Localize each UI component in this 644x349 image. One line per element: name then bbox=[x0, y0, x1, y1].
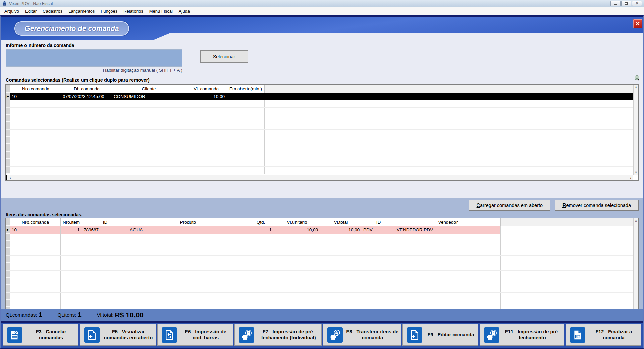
column-header[interactable]: Nro.comanda bbox=[10, 218, 61, 226]
table-cell bbox=[274, 271, 320, 278]
table-cell bbox=[185, 144, 227, 152]
scroll-down-icon[interactable]: ∨ bbox=[634, 170, 638, 175]
selecionar-button[interactable]: Selecionar bbox=[200, 50, 248, 63]
table-cell bbox=[61, 263, 82, 270]
row-indicator bbox=[6, 300, 10, 307]
table-cell bbox=[10, 300, 61, 307]
remover-comanda-button[interactable]: Remover comanda selecionada bbox=[555, 200, 639, 211]
table-cell-filler bbox=[265, 137, 633, 144]
table-cell-filler bbox=[501, 271, 633, 278]
table-row[interactable]: ▶101789687AGUA110,0010,00PDVVENDEDOR PDV bbox=[6, 226, 633, 234]
function-button-f12[interactable]: F12 - Finalizar a comanda bbox=[566, 324, 641, 346]
function-button-f7[interactable]: F7 - Impressão de pré-fechamento (Indivi… bbox=[234, 324, 322, 346]
table-cell bbox=[10, 100, 61, 107]
table-row-empty bbox=[6, 137, 633, 144]
table-cell[interactable]: 10,00 bbox=[320, 226, 362, 234]
table-cell bbox=[61, 159, 112, 166]
menu-item-ajuda[interactable]: Ajuda bbox=[176, 8, 193, 14]
function-button-f9[interactable]: F9 - Editar comanda bbox=[402, 324, 478, 346]
minimize-button[interactable] bbox=[610, 1, 621, 6]
table-cell bbox=[395, 293, 501, 300]
column-header[interactable]: Vl. comanda bbox=[185, 85, 227, 93]
table-row-empty bbox=[6, 144, 633, 152]
row-indicator bbox=[6, 115, 10, 122]
table-cell[interactable]: 10 bbox=[10, 226, 61, 234]
gerenciamento-panel: Gerenciamento de comanda ✕ Informe o núm… bbox=[0, 15, 644, 349]
table-cell bbox=[10, 234, 61, 241]
column-header[interactable]: Nro.comanda bbox=[10, 85, 61, 93]
menu-item-lançamentos[interactable]: Lançamentos bbox=[65, 8, 98, 14]
table-cell[interactable]: PDV bbox=[362, 226, 395, 234]
row-indicator bbox=[6, 100, 10, 107]
column-header[interactable]: Dh.comanda bbox=[61, 85, 112, 93]
table-cell[interactable]: AGUA bbox=[128, 226, 248, 234]
column-header[interactable]: Nro.item bbox=[61, 218, 82, 226]
comanda-number-input[interactable] bbox=[6, 49, 182, 67]
table-cell[interactable]: 789687 bbox=[82, 226, 128, 234]
table-cell bbox=[185, 100, 227, 107]
table-cell[interactable]: CONSUMIDOR bbox=[112, 93, 185, 100]
function-button-f8[interactable]: F8 - Transferir itens de comanda bbox=[323, 324, 401, 346]
function-button-f11[interactable]: F11 - Impressão de pré-fechamento bbox=[480, 324, 564, 346]
row-indicator bbox=[6, 271, 10, 278]
table-cell bbox=[61, 108, 112, 115]
itens-vertical-scrollbar[interactable]: ∧ ∨ bbox=[633, 218, 638, 321]
column-header[interactable]: Cliente bbox=[112, 85, 185, 93]
function-button-f6[interactable]: F6 - Impressão de cod. barras bbox=[157, 324, 233, 346]
row-indicator bbox=[6, 241, 10, 248]
scroll-up-icon[interactable]: ∧ bbox=[634, 85, 638, 90]
table-row-empty bbox=[6, 248, 633, 256]
table-cell bbox=[320, 271, 362, 278]
restore-button[interactable] bbox=[621, 1, 631, 6]
table-cell[interactable] bbox=[227, 93, 265, 100]
table-row-empty bbox=[6, 108, 633, 115]
table-cell bbox=[248, 256, 274, 263]
carregar-comandas-button[interactable]: Carregar comandas em aberto bbox=[469, 200, 550, 211]
column-header[interactable]: Vendedor bbox=[395, 218, 501, 226]
manual-entry-link[interactable]: Habilitar digitação manual ( SHIFT + A ) bbox=[6, 68, 182, 73]
column-header[interactable]: Produto bbox=[128, 218, 248, 226]
close-panel-button[interactable]: ✕ bbox=[633, 19, 642, 28]
table-cell bbox=[362, 285, 395, 292]
comandas-vertical-scrollbar[interactable]: ∧ ∨ bbox=[633, 85, 638, 175]
scroll-up-icon[interactable]: ∧ bbox=[634, 218, 638, 223]
table-cell bbox=[112, 159, 185, 166]
column-header[interactable]: Vl.unitário bbox=[274, 218, 320, 226]
table-cell[interactable]: 1 bbox=[61, 226, 82, 234]
database-icon[interactable] bbox=[634, 75, 640, 81]
column-header[interactable]: Em aberto(min.) bbox=[227, 85, 265, 93]
close-window-button[interactable]: ✕ bbox=[632, 1, 642, 6]
column-header[interactable]: Qtd. bbox=[248, 218, 274, 226]
column-header[interactable]: ID bbox=[82, 218, 128, 226]
menu-item-funções[interactable]: Funções bbox=[98, 8, 120, 14]
menu-item-arquivo[interactable]: Arquivo bbox=[1, 8, 22, 14]
table-cell[interactable]: 10,00 bbox=[185, 93, 227, 100]
scroll-left-icon[interactable]: ‹ bbox=[8, 175, 13, 180]
menu-item-relatórios[interactable]: Relatórios bbox=[120, 8, 146, 14]
column-header[interactable]: ID bbox=[362, 218, 395, 226]
table-cell bbox=[112, 137, 185, 144]
table-row-empty bbox=[6, 115, 633, 122]
table-cell[interactable]: 07/07/2023 12:45:00 bbox=[61, 93, 112, 100]
table-row-empty bbox=[6, 271, 633, 278]
table-cell[interactable]: 1 bbox=[248, 226, 274, 234]
scroll-right-icon[interactable]: › bbox=[628, 175, 633, 180]
function-button-label: F12 - Finalizar a comanda bbox=[588, 329, 640, 341]
table-row[interactable]: ▶1007/07/2023 12:45:00CONSUMIDOR10,00 bbox=[6, 93, 633, 100]
table-cell bbox=[61, 100, 112, 107]
table-cell bbox=[362, 234, 395, 241]
table-cell[interactable]: 10 bbox=[10, 93, 61, 100]
function-button-f3[interactable]: F3 - Cancelar comandas bbox=[3, 324, 78, 346]
menu-item-menu-fiscal[interactable]: Menu Fiscal bbox=[146, 8, 176, 14]
table-cell bbox=[227, 167, 265, 174]
comandas-horizontal-scrollbar[interactable]: ‹ › bbox=[6, 175, 633, 180]
minimize-icon bbox=[614, 4, 617, 5]
menu-item-editar[interactable]: Editar bbox=[22, 8, 40, 14]
table-cell bbox=[395, 256, 501, 263]
table-cell[interactable]: VENDEDOR PDV bbox=[395, 226, 501, 234]
table-cell[interactable]: 10,00 bbox=[274, 226, 320, 234]
menu-item-cadastros[interactable]: Cadastros bbox=[40, 8, 65, 14]
column-header[interactable]: Vl.total bbox=[320, 218, 362, 226]
title-bar: Vixen PDV - Não Fiscal ✕ bbox=[0, 0, 644, 7]
function-button-f5[interactable]: F5 - Visualizar comandas em aberto bbox=[80, 324, 156, 346]
